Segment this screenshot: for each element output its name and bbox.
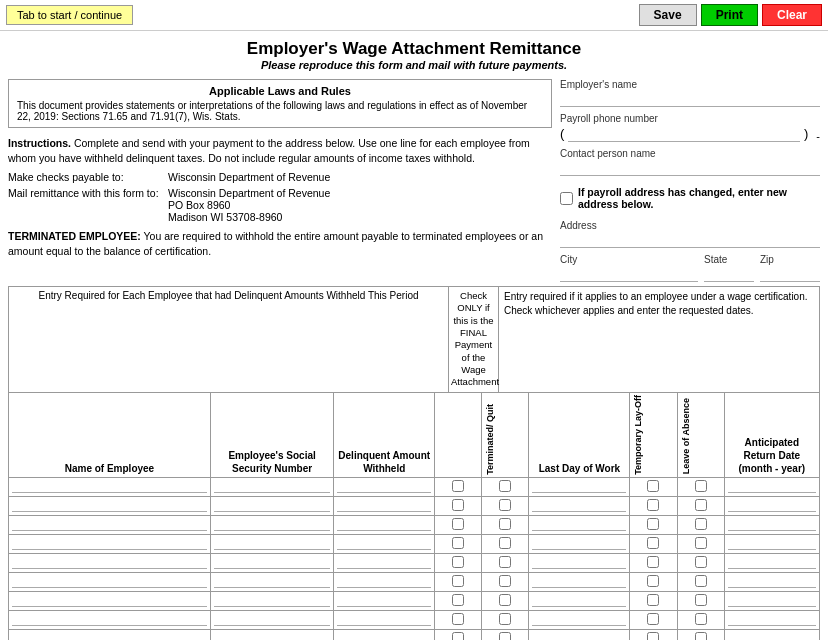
terminated-checkbox[interactable] bbox=[499, 556, 511, 568]
return-date-input[interactable] bbox=[728, 480, 816, 493]
delinquent-amount-input[interactable] bbox=[337, 518, 431, 531]
delinquent-amount-input[interactable] bbox=[337, 632, 431, 640]
employee-name-input[interactable] bbox=[12, 594, 207, 607]
leave-absence-checkbox[interactable] bbox=[695, 480, 707, 492]
last-day-input[interactable] bbox=[532, 556, 626, 569]
form-title: Employer's Wage Attachment Remittance bbox=[0, 39, 828, 59]
last-day-input[interactable] bbox=[532, 499, 626, 512]
terminated-checkbox[interactable] bbox=[499, 537, 511, 549]
final-payment-checkbox[interactable] bbox=[452, 518, 464, 530]
employee-name-input[interactable] bbox=[12, 537, 207, 550]
employee-name-input[interactable] bbox=[12, 518, 207, 531]
delinquent-amount-input[interactable] bbox=[337, 499, 431, 512]
temp-layoff-checkbox[interactable] bbox=[647, 499, 659, 511]
temp-layoff-checkbox[interactable] bbox=[647, 518, 659, 530]
ssn-input[interactable] bbox=[214, 632, 330, 640]
final-payment-checkbox[interactable] bbox=[452, 632, 464, 640]
employee-name-input[interactable] bbox=[12, 632, 207, 640]
print-button[interactable]: Print bbox=[701, 4, 758, 26]
employee-name-input[interactable] bbox=[12, 613, 207, 626]
employee-name-input[interactable] bbox=[12, 480, 207, 493]
last-day-input[interactable] bbox=[532, 594, 626, 607]
final-payment-checkbox[interactable] bbox=[452, 613, 464, 625]
temp-layoff-checkbox[interactable] bbox=[647, 556, 659, 568]
return-date-input[interactable] bbox=[728, 556, 816, 569]
delinquent-amount-input[interactable] bbox=[337, 594, 431, 607]
delinquent-amount-input[interactable] bbox=[337, 575, 431, 588]
delinquent-amount-input[interactable] bbox=[337, 613, 431, 626]
ssn-input[interactable] bbox=[214, 480, 330, 493]
ssn-input[interactable] bbox=[214, 518, 330, 531]
temp-layoff-checkbox[interactable] bbox=[647, 613, 659, 625]
return-date-input[interactable] bbox=[728, 518, 816, 531]
employer-name-input[interactable] bbox=[560, 92, 820, 107]
temp-layoff-checkbox[interactable] bbox=[647, 632, 659, 640]
leave-absence-checkbox[interactable] bbox=[695, 556, 707, 568]
leave-absence-checkbox[interactable] bbox=[695, 499, 707, 511]
save-button[interactable]: Save bbox=[639, 4, 697, 26]
final-payment-checkbox[interactable] bbox=[452, 594, 464, 606]
return-date-input[interactable] bbox=[728, 632, 816, 640]
city-input-field[interactable] bbox=[560, 267, 698, 282]
contact-person-input[interactable] bbox=[560, 161, 820, 176]
last-day-input[interactable] bbox=[532, 537, 626, 550]
employee-name-input[interactable] bbox=[12, 499, 207, 512]
clear-button[interactable]: Clear bbox=[762, 4, 822, 26]
last-day-input[interactable] bbox=[532, 632, 626, 640]
leave-absence-checkbox[interactable] bbox=[695, 632, 707, 640]
zip-input-field[interactable] bbox=[760, 267, 820, 282]
return-date-input[interactable] bbox=[728, 594, 816, 607]
delinquent-amount-input[interactable] bbox=[337, 480, 431, 493]
address-input[interactable] bbox=[560, 233, 820, 248]
terminated-checkbox[interactable] bbox=[499, 518, 511, 530]
return-date-input[interactable] bbox=[728, 575, 816, 588]
final-payment-checkbox[interactable] bbox=[452, 537, 464, 549]
tab-continue-button[interactable]: Tab to start / continue bbox=[6, 5, 133, 25]
state-input-field[interactable] bbox=[704, 267, 754, 282]
leave-absence-checkbox[interactable] bbox=[695, 518, 707, 530]
leave-absence-checkbox[interactable] bbox=[695, 575, 707, 587]
return-date-input[interactable] bbox=[728, 499, 816, 512]
final-payment-checkbox[interactable] bbox=[452, 499, 464, 511]
leave-absence-checkbox[interactable] bbox=[695, 594, 707, 606]
ssn-input[interactable] bbox=[214, 499, 330, 512]
employee-name-input[interactable] bbox=[12, 556, 207, 569]
last-day-input[interactable] bbox=[532, 575, 626, 588]
payroll-phone-group: Payroll phone number ( ) - bbox=[560, 113, 820, 142]
leave-absence-checkbox[interactable] bbox=[695, 537, 707, 549]
delinquent-amount-input[interactable] bbox=[337, 537, 431, 550]
delinquent-amount-input[interactable] bbox=[337, 556, 431, 569]
final-payment-checkbox[interactable] bbox=[452, 575, 464, 587]
terminated-checkbox[interactable] bbox=[499, 499, 511, 511]
terminated-cell bbox=[482, 629, 529, 640]
terminated-checkbox[interactable] bbox=[499, 632, 511, 640]
temp-layoff-checkbox[interactable] bbox=[647, 575, 659, 587]
last-day-input[interactable] bbox=[532, 518, 626, 531]
final-payment-checkbox[interactable] bbox=[452, 480, 464, 492]
col-last-day-header: Last Day of Work bbox=[529, 392, 630, 477]
temp-layoff-checkbox[interactable] bbox=[647, 480, 659, 492]
terminated-checkbox[interactable] bbox=[499, 480, 511, 492]
terminated-cell bbox=[482, 572, 529, 591]
terminated-checkbox[interactable] bbox=[499, 613, 511, 625]
leave-absence-checkbox[interactable] bbox=[695, 613, 707, 625]
last-day-input[interactable] bbox=[532, 480, 626, 493]
ssn-input[interactable] bbox=[214, 556, 330, 569]
temp-layoff-checkbox[interactable] bbox=[647, 537, 659, 549]
employee-name-input[interactable] bbox=[12, 575, 207, 588]
ssn-input[interactable] bbox=[214, 613, 330, 626]
final-payment-checkbox[interactable] bbox=[452, 556, 464, 568]
phone-area-input[interactable] bbox=[568, 129, 800, 142]
terminated-checkbox[interactable] bbox=[499, 594, 511, 606]
terminated-cell bbox=[482, 477, 529, 496]
last-day-input[interactable] bbox=[532, 613, 626, 626]
ssn-input[interactable] bbox=[214, 537, 330, 550]
address-changed-checkbox[interactable] bbox=[560, 192, 573, 205]
temp-layoff-checkbox[interactable] bbox=[647, 594, 659, 606]
return-date-input[interactable] bbox=[728, 613, 816, 626]
return-date-input[interactable] bbox=[728, 537, 816, 550]
instructions: Instructions. Complete and send with you… bbox=[8, 136, 552, 165]
ssn-input[interactable] bbox=[214, 575, 330, 588]
ssn-input[interactable] bbox=[214, 594, 330, 607]
terminated-checkbox[interactable] bbox=[499, 575, 511, 587]
